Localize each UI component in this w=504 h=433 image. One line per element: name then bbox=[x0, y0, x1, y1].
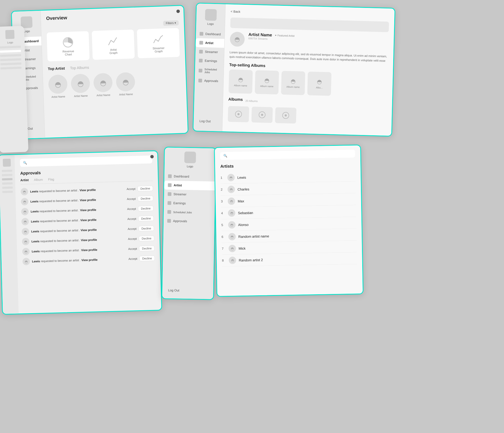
view-profile-link[interactable]: View profile bbox=[81, 228, 97, 232]
artist-list-avatar: ◓ bbox=[227, 174, 235, 181]
artist-list-avatar: ◓ bbox=[228, 198, 235, 205]
sidebar-item-artist[interactable]: Artist bbox=[164, 181, 215, 190]
decline-button[interactable]: Decline bbox=[138, 186, 153, 192]
album-list-item[interactable] bbox=[251, 107, 273, 123]
bg-sidebar-top-left: Logo bbox=[0, 26, 28, 153]
sidebar-item-scheduled-jobs[interactable]: Scheduled Jobs bbox=[195, 65, 224, 77]
main-tabs: Top Artist Top Albums bbox=[48, 62, 180, 71]
partial-nav bbox=[0, 50, 21, 53]
artist-number: 2 bbox=[221, 188, 225, 191]
artist-item[interactable]: ◓ Artist Name bbox=[93, 73, 113, 97]
artist-avatar: ◓ bbox=[93, 73, 113, 92]
artist-icon bbox=[199, 41, 203, 45]
approval-actions: Accept Decline bbox=[127, 196, 153, 202]
artist-list-avatar: ◓ bbox=[228, 209, 235, 217]
streamer-graph-icon bbox=[152, 33, 164, 45]
tab-top-albums[interactable]: Top Albums bbox=[70, 65, 89, 70]
artist-avatar: ◓ bbox=[71, 74, 90, 93]
logout-button[interactable]: Log Out bbox=[193, 116, 222, 126]
svg-point-4 bbox=[261, 114, 263, 116]
accept-button[interactable]: Accept bbox=[127, 197, 136, 200]
decline-button[interactable]: Decline bbox=[138, 206, 154, 212]
artist-list-row[interactable]: 8 ◓ Random artist 2 bbox=[222, 252, 357, 266]
filters-button[interactable]: Filters ▾ bbox=[163, 20, 179, 26]
sidebar-item-dashboard[interactable]: Dashboard bbox=[164, 172, 216, 181]
artist-list-name: Max bbox=[238, 199, 244, 203]
album-icon: ◓ bbox=[264, 77, 270, 84]
back-button[interactable]: < Back bbox=[231, 10, 389, 18]
view-profile-link[interactable]: View profile bbox=[80, 208, 96, 212]
decline-button[interactable]: Decline bbox=[139, 256, 155, 261]
tab-flag[interactable]: Flag bbox=[48, 178, 54, 182]
album-item[interactable]: ◓ Albu... bbox=[307, 71, 331, 96]
svg-point-2 bbox=[237, 113, 239, 115]
approval-actions: Accept Decline bbox=[128, 246, 155, 252]
partial-nav-item bbox=[2, 178, 12, 181]
sidebar-item-streamer[interactable]: Streamer bbox=[164, 189, 215, 199]
album-list-item[interactable] bbox=[228, 106, 249, 122]
approvals-sidebar-card: Logo Dashboard Artist Streamer Earnings … bbox=[161, 147, 217, 300]
dashboard-icon bbox=[200, 32, 203, 36]
tab-artist[interactable]: Artist bbox=[20, 178, 29, 182]
accept-button[interactable]: Accept bbox=[128, 247, 137, 250]
partial-nav-item bbox=[2, 191, 13, 193]
artist-name: Artist Name bbox=[51, 95, 65, 99]
sidebar-item-approvals[interactable]: Approvals bbox=[164, 216, 215, 226]
accept-button[interactable]: Accept bbox=[128, 257, 137, 260]
accept-button[interactable]: Accept bbox=[128, 237, 137, 240]
view-profile-link[interactable]: View profile bbox=[80, 188, 96, 192]
view-profile-link[interactable]: View profile bbox=[80, 218, 97, 222]
decline-button[interactable]: Decline bbox=[139, 246, 155, 251]
decline-button[interactable]: Decline bbox=[138, 216, 154, 221]
view-profile-link[interactable]: View profile bbox=[81, 238, 97, 242]
detail-header-bar bbox=[230, 18, 389, 32]
view-profile-link[interactable]: View profile bbox=[81, 248, 97, 252]
artist-detail-card: Logo Dashboard Artist Streamer Earnings … bbox=[193, 3, 396, 137]
tab-album[interactable]: Album bbox=[34, 178, 43, 182]
artist-list-avatar: ◓ bbox=[229, 245, 236, 252]
tab-top-artist[interactable]: Top Artist bbox=[48, 66, 65, 71]
artist-item[interactable]: ◓ Artist Name bbox=[116, 72, 135, 96]
sidebar-item-earnings[interactable]: Earnings bbox=[195, 56, 224, 66]
dashboard-icon bbox=[168, 174, 172, 178]
decline-button[interactable]: Decline bbox=[139, 226, 154, 231]
decline-button[interactable]: Decline bbox=[139, 236, 154, 241]
accept-button[interactable]: Accept bbox=[128, 227, 136, 230]
artist-item[interactable]: ◓ Artist Name bbox=[71, 74, 90, 97]
artist-number: 8 bbox=[222, 259, 226, 262]
album-item[interactable]: ◓ Album name bbox=[229, 70, 253, 94]
view-profile-link[interactable]: View profile bbox=[81, 258, 98, 262]
decline-button[interactable]: Decline bbox=[138, 196, 153, 202]
sidebar-item-scheduled-jobs[interactable]: Scheduled Jobs bbox=[164, 207, 215, 217]
artists-list-card: 🔍 Artists 1 ◓ Lewis 2 ◓ Charles 3 ◓ Max … bbox=[214, 145, 364, 297]
view-profile-link[interactable]: View profile bbox=[80, 198, 96, 202]
sidebar-item-dashboard[interactable]: Dashboard bbox=[196, 29, 225, 39]
accept-button[interactable]: Accept bbox=[127, 207, 136, 210]
approval-actions: Accept Decline bbox=[127, 216, 154, 222]
approval-row: ◓ Lewis requested to become an artist . … bbox=[22, 245, 155, 255]
logout-button[interactable]: Log Out bbox=[162, 286, 213, 295]
sidebar-item-artist[interactable]: Artist bbox=[196, 38, 224, 48]
artist-number: 3 bbox=[221, 199, 225, 203]
sidebar-item-approvals[interactable]: Approvals bbox=[195, 76, 223, 86]
logo-icon bbox=[184, 152, 196, 163]
accept-button[interactable]: Accept bbox=[127, 187, 135, 190]
album-list-item[interactable] bbox=[275, 107, 297, 123]
user-avatar: ◓ bbox=[21, 218, 29, 225]
approvals-icon bbox=[198, 79, 202, 82]
overview-title: Overview bbox=[46, 11, 178, 21]
album-item[interactable]: ◓ Album name bbox=[281, 71, 305, 95]
revenue-chart-icon bbox=[62, 36, 74, 48]
partial-nav-item bbox=[2, 187, 13, 189]
album-item[interactable]: ◓ Album name bbox=[255, 70, 279, 94]
accept-button[interactable]: Accept bbox=[127, 217, 136, 220]
artist-list-name: Charles bbox=[238, 187, 249, 191]
sidebar-item-earnings[interactable]: Earnings bbox=[164, 198, 215, 208]
sidebar-item-streamer[interactable]: Streamer bbox=[195, 47, 224, 57]
artist-list-avatar: ◓ bbox=[228, 221, 235, 229]
artist-list-name: Lewis bbox=[237, 175, 246, 179]
partial-nav bbox=[0, 58, 21, 61]
approval-text: Lewis requested to become an artist . Vi… bbox=[31, 227, 126, 233]
logo-icon bbox=[205, 9, 217, 21]
artist-item[interactable]: ◓ Artist Name bbox=[48, 74, 68, 98]
